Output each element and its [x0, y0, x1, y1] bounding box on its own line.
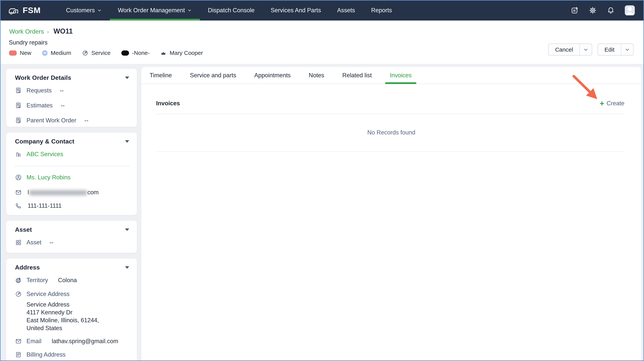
nav-item-assets[interactable]: Assets	[329, 0, 363, 20]
card-title: Address	[15, 264, 40, 271]
work-order-details-card: Work Order Details Requests -- Estimates…	[6, 69, 137, 127]
priority-label: Medium	[51, 50, 71, 56]
billing-document-icon	[15, 351, 22, 358]
service-address-link[interactable]: Service Address	[26, 291, 70, 298]
breadcrumb: Work Orders › WO11	[9, 27, 73, 35]
edit-dropdown-toggle[interactable]	[621, 44, 633, 55]
divider	[15, 166, 129, 166]
billing-address-row: Billing Address	[15, 351, 129, 358]
tab-timeline[interactable]: Timeline	[150, 67, 172, 84]
breadcrumb-work-orders-link[interactable]: Work Orders	[9, 28, 44, 35]
company-row: ABC Services	[15, 151, 129, 158]
collapse-icon[interactable]	[125, 228, 129, 231]
address-email-value: lathav.spring@gmail.com	[52, 338, 118, 345]
tab-invoices[interactable]: Invoices	[390, 67, 412, 84]
document-search-icon	[15, 102, 22, 109]
contact-person-icon	[15, 174, 22, 181]
create-invoice-label: Create	[606, 100, 624, 107]
chevron-down-icon	[583, 47, 588, 52]
tab-service-and-parts[interactable]: Service and parts	[190, 67, 236, 84]
nav-item-reports[interactable]: Reports	[363, 0, 400, 20]
service-badge-icon	[82, 50, 88, 56]
nav-item-label: Reports	[371, 7, 392, 14]
asset-link[interactable]: Asset	[26, 239, 42, 246]
nav-item-label: Services And Parts	[271, 7, 321, 14]
brand-name: FSM	[23, 5, 41, 15]
asset-card: Asset Asset --	[6, 221, 137, 253]
status-badge: New	[9, 50, 31, 56]
priority-medium-icon	[42, 50, 48, 56]
collapse-icon[interactable]	[125, 76, 129, 79]
card-title: Work Order Details	[15, 74, 71, 81]
address-email-link[interactable]: Email	[26, 338, 42, 345]
cancel-dropdown-toggle[interactable]	[580, 44, 592, 55]
notifications-bell-icon[interactable]	[607, 6, 615, 14]
service-address-row: Service Address	[15, 291, 129, 298]
edit-button-label[interactable]: Edit	[598, 44, 621, 55]
create-invoice-button[interactable]: + Create	[600, 99, 624, 107]
service-address-text: Service Address 4117 Kennedy Dr East Mol…	[15, 301, 129, 332]
nav-item-customers[interactable]: Customers	[58, 0, 110, 20]
page-header: Work Orders › WO11 Sundry repairs New Me…	[0, 20, 644, 64]
card-title: Asset	[15, 226, 32, 233]
address-line: United States	[26, 324, 129, 332]
address-line: 4117 Kennedy Dr	[26, 309, 129, 316]
status-label: New	[20, 50, 31, 56]
nav-item-work-order-management[interactable]: Work Order Management	[110, 0, 200, 20]
nav-item-label: Work Order Management	[118, 7, 185, 14]
company-building-icon	[15, 151, 22, 158]
contact-link[interactable]: Ms. Lucy Robins	[26, 174, 70, 181]
user-avatar[interactable]	[625, 5, 635, 15]
type-label: Service	[92, 50, 110, 56]
invoices-section-header: Invoices + Create	[156, 99, 624, 107]
email-envelope-icon	[15, 338, 22, 345]
asset-grid-icon	[15, 239, 22, 246]
document-search-icon	[15, 87, 22, 94]
priority-badge: Medium	[42, 50, 71, 56]
secondary-status-badge: -None-	[121, 50, 150, 56]
tab-appointments[interactable]: Appointments	[254, 67, 291, 84]
estimates-link[interactable]: Estimates	[26, 102, 52, 109]
work-order-main-panel: Timeline Service and parts Appointments …	[141, 67, 641, 361]
requests-row: Requests --	[15, 87, 129, 94]
nav-item-dispatch-console[interactable]: Dispatch Console	[200, 0, 263, 20]
brand[interactable]: FSM	[8, 5, 41, 15]
tab-related-list[interactable]: Related list	[342, 67, 372, 84]
territory-link[interactable]: Territory	[26, 277, 48, 284]
requests-link[interactable]: Requests	[26, 87, 52, 94]
cancel-button[interactable]: Cancel	[548, 43, 592, 56]
document-search-icon	[15, 117, 22, 124]
divider	[156, 114, 624, 114]
nav-item-label: Assets	[337, 7, 355, 14]
main-menu: Customers Work Order Management Dispatch…	[58, 0, 400, 20]
asset-value: --	[50, 239, 54, 246]
plus-icon: +	[600, 99, 604, 107]
address-line: East Moline, Illinois, 61244,	[26, 316, 129, 324]
parent-work-order-value: --	[84, 117, 88, 124]
parent-work-order-link[interactable]: Parent Work Order	[26, 117, 76, 124]
top-navbar: FSM Customers Work Order Management Disp…	[0, 0, 644, 20]
collapse-icon[interactable]	[125, 140, 129, 143]
settings-gear-icon[interactable]	[589, 6, 597, 14]
none-status-icon	[121, 50, 129, 56]
status-chip-row: New Medium Service -None- Mary Cooper	[9, 50, 203, 56]
parent-work-order-row: Parent Work Order --	[15, 117, 129, 124]
cancel-button-label[interactable]: Cancel	[548, 44, 580, 55]
work-order-summary: Sundry repairs	[9, 39, 48, 46]
owner-crown-icon	[160, 50, 166, 56]
page-title: WO11	[54, 27, 73, 35]
nav-item-services-and-parts[interactable]: Services And Parts	[263, 0, 329, 20]
collapse-icon[interactable]	[125, 266, 129, 269]
type-badge: Service	[82, 50, 110, 56]
company-link[interactable]: ABC Services	[26, 151, 63, 158]
address-line: Service Address	[26, 301, 129, 309]
contact-row: Ms. Lucy Robins	[15, 174, 129, 181]
create-record-icon[interactable]	[571, 6, 579, 14]
edit-button[interactable]: Edit	[598, 43, 634, 56]
chevron-down-icon	[97, 8, 102, 13]
billing-address-link[interactable]: Billing Address	[26, 351, 66, 358]
estimates-row: Estimates --	[15, 102, 129, 109]
contact-email-value: lcom	[28, 189, 98, 196]
nav-item-label: Customers	[66, 7, 95, 14]
tab-notes[interactable]: Notes	[309, 67, 324, 84]
